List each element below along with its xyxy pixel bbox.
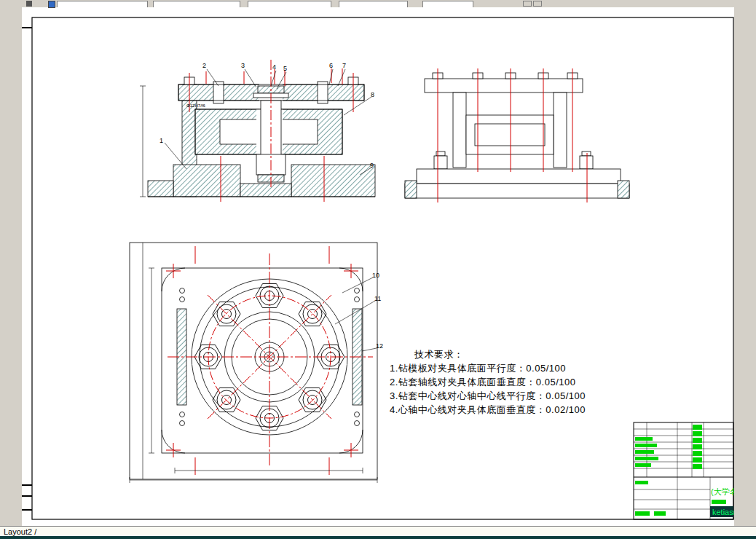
tab-layout2[interactable]: Layout2 / (4, 527, 36, 536)
tech-req-item-3: 3.钻套中心线对心轴中心线平行度：0.05/100 (390, 389, 615, 403)
tech-req-item-4: 4.心轴中心线对夹具体底面垂直度：0.02/100 (390, 403, 615, 417)
balloon-9: 9 (370, 162, 374, 169)
right-gutter (734, 7, 756, 526)
cad-window: 1 2 3 4 5 6 7 8 9 Φ12H7/f6 (0, 0, 756, 539)
toolbar-combo-plotstyle[interactable] (422, 1, 473, 7)
toolbar-button[interactable] (533, 1, 542, 7)
toolbar-button[interactable] (523, 1, 532, 7)
paper-sheet (22, 7, 734, 526)
balloon-8: 8 (371, 91, 374, 98)
balloon-4: 4 (272, 63, 276, 71)
balloon-7: 7 (342, 62, 346, 69)
toolbar-combo-lineweight[interactable] (339, 1, 408, 7)
balloon-5: 5 (283, 65, 287, 72)
toolbar-combo-layer[interactable] (57, 1, 148, 7)
drawing-canvas[interactable]: 1 2 3 4 5 6 7 8 9 Φ12H7/f6 (0, 0, 756, 539)
toolbar-icon[interactable] (48, 1, 55, 8)
status-strip (0, 536, 756, 539)
left-gutter (0, 7, 22, 526)
balloon-12: 12 (376, 342, 383, 350)
layout-tabs-row: Layout2 / (0, 526, 756, 537)
balloon-3: 3 (241, 62, 245, 69)
balloon-6: 6 (329, 62, 333, 69)
tech-req-title: 技术要求： (414, 347, 615, 361)
tech-req-item-1: 1.钻模板对夹具体底面平行度：0.05/100 (390, 361, 615, 375)
toolbar-combo-linetype[interactable] (248, 1, 331, 7)
tech-req-item-2: 2.钻套轴线对夹具体底面垂直度：0.05/100 (390, 375, 615, 389)
toolbar-icon[interactable] (26, 1, 32, 7)
toolbar-combo-color[interactable] (153, 1, 240, 7)
fit-annotation: Φ12H7/f6 (186, 103, 205, 108)
balloon-11: 11 (374, 295, 381, 302)
toolbar (0, 0, 756, 7)
balloon-1: 1 (160, 137, 163, 144)
balloon-10: 10 (372, 272, 379, 279)
balloon-2: 2 (202, 62, 206, 69)
technical-requirements: 技术要求： 1.钻模板对夹具体底面平行度：0.05/100 2.钻套轴线对夹具体… (390, 347, 615, 417)
